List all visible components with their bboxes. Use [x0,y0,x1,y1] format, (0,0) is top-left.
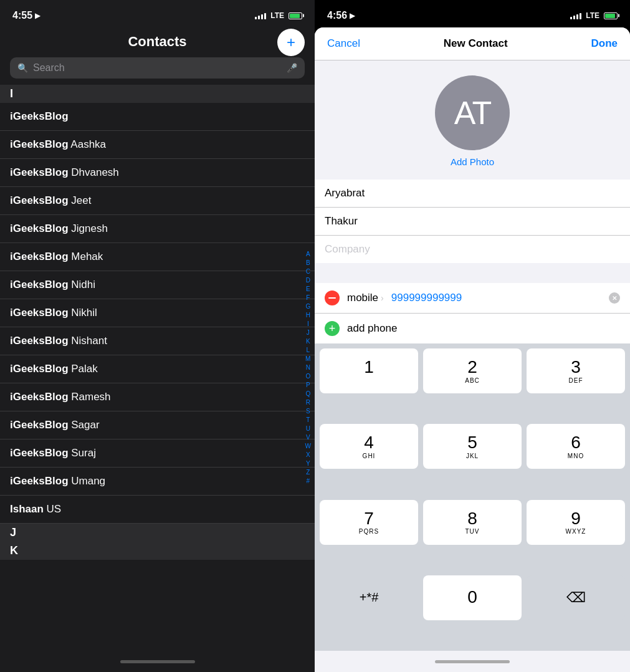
alpha-d[interactable]: D [306,277,310,284]
company-field[interactable]: Company [315,236,630,263]
phone-number-input[interactable]: 999999999999 [391,292,601,304]
alpha-p[interactable]: P [306,382,310,389]
first-name-field[interactable]: Aryabrat [315,180,630,208]
alpha-hash[interactable]: # [306,478,310,485]
alpha-index[interactable]: A B C D E F G H I J K L M N O P Q R S T … [302,248,315,487]
list-item[interactable]: iGeeksBlog Nidhi [0,271,315,299]
list-item[interactable]: iGeeksBlog Umang [0,468,315,496]
avatar: AT [435,75,510,150]
list-item[interactable]: iGeeksBlog Suraj [0,439,315,468]
add-phone-label: add phone [347,322,397,335]
plus-icon-green: + [329,323,336,334]
key-5[interactable]: 5 JKL [423,424,522,469]
cancel-button[interactable]: Cancel [327,37,360,50]
alpha-i[interactable]: I [307,320,309,328]
first-name-value: Aryabrat [325,187,365,199]
key-1[interactable]: 1 [320,348,418,393]
list-item[interactable]: iGeeksBlog Dhvanesh [0,159,315,187]
alpha-o[interactable]: O [305,373,310,380]
list-item[interactable]: Ishaan US [0,496,315,524]
alpha-x[interactable]: X [306,451,310,459]
list-item[interactable]: iGeeksBlog Aashka [0,131,315,159]
last-name-value: Thakur [325,215,358,227]
alpha-s[interactable]: S [306,408,310,415]
phone-row: mobile › 999999999999 ✕ [315,283,630,314]
alpha-r[interactable]: R [306,399,310,406]
list-item[interactable]: iGeeksBlog Ramesh [0,383,315,411]
search-bar[interactable]: 🔍 Search 🎤 [10,57,305,79]
alpha-t[interactable]: T [306,416,310,424]
phone-section: mobile › 999999999999 ✕ + add phone [315,283,630,343]
alpha-c[interactable]: C [306,268,310,276]
home-bar-left [120,660,195,663]
list-item[interactable]: iGeeksBlog Mehak [0,243,315,271]
alpha-v[interactable]: V [306,434,310,441]
key-4[interactable]: 4 GHI [320,424,418,469]
list-item[interactable]: iGeeksBlog Jeet [0,187,315,215]
key-0[interactable]: 0 [423,575,522,620]
alpha-q[interactable]: Q [305,390,310,398]
alpha-z[interactable]: Z [306,469,310,476]
alpha-m[interactable]: M [305,355,310,363]
done-button[interactable]: Done [591,37,618,50]
alpha-n[interactable]: N [306,364,310,372]
list-item[interactable]: iGeeksBlog Nishant [0,327,315,355]
key-3[interactable]: 3 DEF [527,348,625,393]
add-phone-row: + add phone [315,314,630,343]
form-spacer [315,263,630,283]
new-contact-sheet: Cancel New Contact Done AT Add Photo Ary… [315,27,630,672]
phone-type-label: mobile [347,292,378,304]
alpha-f[interactable]: F [306,294,310,302]
key-9[interactable]: 9 WXYZ [527,500,625,545]
mic-icon[interactable]: 🎤 [287,63,297,73]
alpha-h[interactable]: H [306,312,310,319]
list-item[interactable]: iGeeksBlog Jignesh [0,215,315,243]
alpha-j[interactable]: J [307,329,310,337]
alpha-b[interactable]: B [306,259,310,267]
key-7[interactable]: 7 PQRS [320,500,418,545]
list-item[interactable]: iGeeksBlog Nikhil [0,299,315,327]
list-item[interactable]: iGeeksBlog [0,103,315,131]
key-6[interactable]: 6 MNO [527,424,625,469]
key-delete[interactable]: ⌫ [527,575,625,620]
section-header-k: K [0,542,315,560]
home-indicator-right [315,651,630,672]
last-name-field[interactable]: Thakur [315,208,630,236]
add-contact-button[interactable]: + [277,29,305,56]
add-photo-button[interactable]: Add Photo [451,156,494,167]
contact-form: Aryabrat Thakur Company [315,180,630,263]
x-icon: ✕ [612,295,617,302]
contacts-list-wrapper: I iGeeksBlog iGeeksBlog Aashka iGeeksBlo… [0,85,315,651]
list-item[interactable]: iGeeksBlog Palak [0,355,315,383]
key-symbols[interactable]: +*# [320,575,418,620]
alpha-g[interactable]: G [305,303,310,310]
alpha-e[interactable]: E [306,286,310,293]
contacts-screen: 4:55 ▶ LTE Contacts + 🔍 Search 🎤 [0,0,315,672]
alpha-y[interactable]: Y [306,460,310,468]
remove-phone-button[interactable] [325,290,340,305]
alpha-u[interactable]: U [306,425,310,433]
section-header-i: I [0,85,315,103]
key-8[interactable]: 8 TUV [423,500,522,545]
avatar-initials: AT [454,94,491,132]
key-2[interactable]: 2 ABC [423,348,522,393]
phone-type-selector[interactable]: mobile › [347,292,384,304]
alpha-k[interactable]: K [306,338,310,345]
lte-label-left: LTE [270,11,284,20]
alpha-a[interactable]: A [306,251,310,258]
time-left: 4:55 [12,10,32,21]
status-icons-left: LTE [255,11,302,20]
contacts-header: Contacts + [0,27,315,57]
new-contact-screen: 4:56 ▶ LTE Cancel New Contact Done [315,0,630,672]
search-icon: 🔍 [17,63,28,73]
avatar-section: AT Add Photo [315,60,630,180]
delete-icon: ⌫ [566,590,586,606]
home-indicator-left [0,651,315,672]
time-right: 4:56 [327,10,347,21]
clear-phone-button[interactable]: ✕ [609,292,620,304]
alpha-l[interactable]: L [306,347,310,354]
alpha-w[interactable]: W [305,443,311,450]
list-item[interactable]: iGeeksBlog Sagar [0,411,315,439]
add-phone-button[interactable]: + [325,321,340,336]
new-contact-title: New Contact [444,37,508,50]
